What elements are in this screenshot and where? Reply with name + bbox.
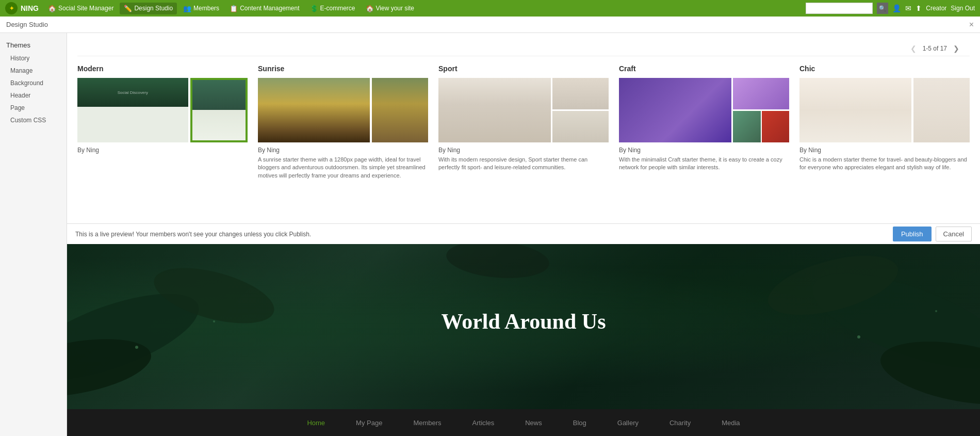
sidebar-item-custom-css[interactable]: Custom CSS (0, 114, 67, 126)
svg-point-7 (135, 346, 138, 349)
theme-desc-craft: With the minimalist Craft starter theme,… (619, 156, 789, 172)
signout-link[interactable]: Sign Out (951, 5, 975, 12)
nav-item-ecommerce[interactable]: 💲 E-commerce (306, 3, 360, 14)
svg-point-6 (445, 244, 550, 282)
theme-title-sunrise: Sunrise (258, 64, 428, 73)
theme-card-sport[interactable]: Sport By Ning With its modern respo (438, 64, 609, 180)
svg-point-5 (762, 244, 904, 327)
theme-card-modern[interactable]: Modern ✓ Social Discovery (77, 64, 248, 180)
theme-image-sunrise-thumb (372, 78, 428, 142)
theme-by-craft: By Ning (619, 147, 789, 154)
svg-point-2 (148, 257, 280, 334)
themes-panel: ❮ 1-5 of 17 ❯ Modern ✓ Social Discovery (67, 33, 980, 223)
search-button[interactable]: 🔍 (877, 3, 888, 14)
search-input[interactable] (806, 3, 873, 14)
sport-sm-img-1 (552, 78, 609, 109)
design-studio-icon: ✏️ (124, 5, 132, 12)
theme-card-craft[interactable]: Craft (619, 64, 789, 180)
nav-label-design-studio: Design Studio (134, 5, 173, 12)
site-nav-mypage[interactable]: My Page (356, 419, 382, 427)
themes-grid: Modern ✓ Social Discovery (77, 56, 970, 188)
theme-desc-sport: With its modern responsive design, Sport… (438, 156, 609, 172)
sidebar-item-page[interactable]: Page (0, 102, 67, 114)
theme-desc-sunrise: A sunrise starter theme with a 1280px pa… (258, 156, 428, 180)
modern-thumb-img (191, 79, 247, 141)
theme-card-sunrise[interactable]: Sunrise By Ning A sunrise starter theme … (258, 64, 428, 180)
site-nav-articles[interactable]: Articles (472, 419, 495, 427)
craft-sub-cell-2 (733, 111, 789, 142)
theme-title-chic: Chic (799, 64, 970, 73)
sidebar: Themes History Manage Background Header … (0, 33, 67, 436)
social-site-manager-icon: 🏠 (48, 5, 56, 12)
site-hero-title: World Around Us (442, 309, 606, 334)
share-icon[interactable]: ⬆ (916, 4, 922, 12)
sport-main-img (438, 78, 551, 142)
ning-logo-icon: ✦ (5, 2, 18, 14)
pagination-bar: ❮ 1-5 of 17 ❯ (77, 41, 970, 56)
theme-by-sunrise: By Ning (258, 147, 428, 154)
sidebar-item-manage[interactable]: Manage (0, 64, 67, 77)
nav-item-content-management[interactable]: 📋 Content Management (225, 3, 303, 14)
close-button[interactable]: × (969, 20, 974, 29)
sport-thumb-bottom (552, 111, 609, 142)
theme-card-chic[interactable]: Chic By Ning Chic is a modern starter th… (799, 64, 970, 180)
site-nav-gallery[interactable]: Gallery (617, 419, 639, 427)
modern-hero-text: Social Discovery (118, 90, 148, 95)
studio-header: Design Studio × (0, 17, 980, 33)
publish-button[interactable]: Publish (893, 227, 932, 241)
svg-point-0 (67, 276, 209, 398)
nav-item-social-site-manager[interactable]: 🏠 Social Site Manager (44, 3, 118, 14)
pagination-info: 1-5 of 17 (923, 45, 947, 52)
sidebar-item-header[interactable]: Header (0, 89, 67, 102)
sidebar-item-background[interactable]: Background (0, 77, 67, 89)
theme-title-sport: Sport (438, 64, 609, 73)
sport-sm-img-2 (552, 111, 609, 142)
live-preview: World Around Us (67, 244, 980, 409)
live-preview-bg: World Around Us (67, 244, 980, 409)
nav-items: 🏠 Social Site Manager ✏️ Design Studio 👥… (44, 3, 806, 14)
theme-image-sunrise-main (258, 78, 370, 142)
craft-sub-cell-1 (733, 78, 789, 109)
nav-item-view-site[interactable]: 🏠 View your site (362, 3, 418, 14)
ning-logo[interactable]: ✦ NING (5, 2, 39, 14)
site-nav-members[interactable]: Members (413, 419, 441, 427)
pagination-next-button[interactable]: ❯ (951, 43, 961, 54)
nav-item-design-studio[interactable]: ✏️ Design Studio (120, 3, 177, 14)
nav-item-members[interactable]: 👥 Members (179, 3, 223, 14)
nav-label-view-site: View your site (376, 5, 414, 12)
site-nav-home[interactable]: Home (307, 419, 325, 427)
members-icon: 👥 (183, 5, 191, 12)
site-nav-news[interactable]: News (525, 419, 542, 427)
site-nav-media[interactable]: Media (722, 419, 740, 427)
sidebar-item-history[interactable]: History (0, 52, 67, 64)
sidebar-section-themes[interactable]: Themes (0, 38, 67, 52)
craft-sm-img-1 (733, 78, 789, 109)
theme-image-modern-thumb (190, 78, 248, 142)
site-nav-charity[interactable]: Charity (669, 419, 691, 427)
content-management-icon: 📋 (230, 5, 238, 12)
site-nav-blog[interactable]: Blog (573, 419, 586, 427)
modern-main-img: ✓ Social Discovery (77, 78, 188, 142)
svg-point-1 (67, 329, 155, 407)
nav-label-content-management: Content Management (240, 5, 299, 12)
sport-thumb-top (552, 78, 609, 109)
sport-main-cell (438, 78, 551, 142)
theme-by-modern: By Ning (77, 147, 248, 154)
people-icon[interactable]: 👤 (892, 4, 901, 12)
cancel-button[interactable]: Cancel (936, 227, 972, 241)
chic-main-img (799, 78, 911, 142)
theme-desc-chic: Chic is a modern starter theme for trave… (799, 156, 970, 172)
pagination-prev-button[interactable]: ❮ (908, 43, 919, 54)
theme-images-sport (438, 78, 609, 142)
craft-bottom-row (733, 111, 789, 142)
nav-label-social-site-manager: Social Site Manager (58, 5, 113, 12)
creator-link[interactable]: Creator (926, 5, 946, 12)
mail-icon[interactable]: ✉ (905, 4, 911, 12)
view-site-icon: 🏠 (366, 5, 374, 12)
modern-hero: Social Discovery (77, 78, 188, 107)
nav-label-ecommerce: E-commerce (320, 5, 355, 12)
theme-by-chic: By Ning (799, 147, 970, 154)
craft-main-img (619, 78, 731, 142)
top-nav: ✦ NING 🏠 Social Site Manager ✏️ Design S… (0, 0, 980, 17)
sunrise-main-img (258, 78, 370, 142)
